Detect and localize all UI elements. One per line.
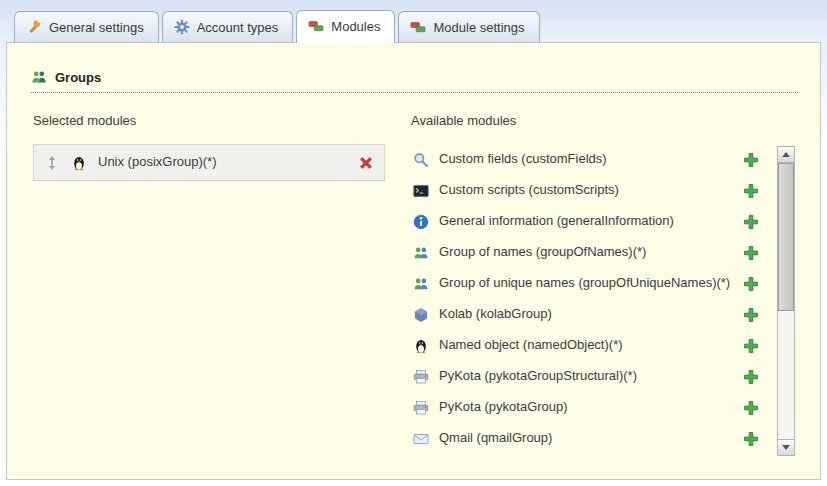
available-module-row: PyKota (pykotaGroupStructural)(*): [411, 361, 761, 392]
scrollbar-up-button[interactable]: [778, 147, 794, 163]
available-module-row: Custom scripts (customScripts): [411, 175, 761, 206]
scrollbar-thumb[interactable]: [778, 163, 794, 311]
modules-icon: [308, 18, 324, 34]
add-module-button[interactable]: [743, 214, 759, 230]
module-label: Group of names (groupOfNames)(*): [439, 244, 733, 260]
selected-module-row[interactable]: Unix (posixGroup)(*): [33, 144, 385, 181]
available-module-row: General information (generalInformation): [411, 206, 761, 237]
group-icon: [413, 245, 429, 261]
available-module-row: Group of unique names (groupOfUniqueName…: [411, 268, 761, 299]
add-module-button[interactable]: [743, 276, 759, 292]
tools-icon: [26, 19, 42, 35]
tux-icon: [71, 155, 87, 171]
tab-general-settings[interactable]: General settings: [14, 11, 159, 42]
section-title: Groups: [55, 70, 101, 85]
remove-module-button[interactable]: [358, 155, 374, 171]
add-module-button[interactable]: [743, 183, 759, 199]
module-label: Group of unique names (groupOfUniqueName…: [439, 275, 733, 291]
available-module-row: Kolab (kolabGroup): [411, 299, 761, 330]
add-module-button[interactable]: [743, 245, 759, 261]
terminal-icon: [413, 183, 429, 199]
tab-module-settings[interactable]: Module settings: [398, 11, 539, 42]
available-module-row: Custom fields (customFields): [411, 144, 761, 175]
printer-icon: [413, 400, 429, 416]
available-module-row: PyKota (pykotaGroup): [411, 392, 761, 423]
module-label: PyKota (pykotaGroupStructural)(*): [439, 368, 733, 384]
available-module-row: Named object (namedObject)(*): [411, 330, 761, 361]
module-label: Named object (namedObject)(*): [439, 337, 733, 353]
groups-icon: [31, 69, 47, 85]
tab-modules[interactable]: Modules: [296, 10, 395, 43]
printer-icon: [413, 369, 429, 385]
add-module-button[interactable]: [743, 431, 759, 447]
selected-modules-list: Unix (posixGroup)(*): [33, 144, 411, 181]
modules-panel: Groups Selected modules Unix (posixGroup…: [6, 42, 821, 480]
module-label: Kolab (kolabGroup): [439, 306, 733, 322]
add-module-button[interactable]: [743, 369, 759, 385]
module-label: Custom fields (customFields): [439, 151, 733, 167]
tab-label: General settings: [49, 20, 144, 35]
group-icon: [413, 276, 429, 292]
tab-label: Module settings: [433, 20, 524, 35]
arrow-up-icon: [782, 152, 790, 157]
tab-label: Modules: [331, 19, 380, 34]
available-modules-header: Available modules: [411, 113, 801, 128]
drag-handle-icon[interactable]: [44, 155, 60, 171]
groups-section-header: Groups: [31, 69, 798, 93]
module-label: PyKota (pykotaGroup): [439, 399, 733, 415]
add-module-button[interactable]: [743, 338, 759, 354]
tab-label: Account types: [197, 20, 279, 35]
scrollbar-down-button[interactable]: [778, 439, 794, 455]
module-label: Custom scripts (customScripts): [439, 182, 733, 198]
scrollbar-track[interactable]: [778, 163, 794, 439]
gear-icon: [174, 19, 190, 35]
available-modules-list: Custom fields (customFields) Custom scri…: [411, 144, 761, 454]
info-icon: [413, 214, 429, 230]
modules-icon: [410, 19, 426, 35]
available-module-row: Group of names (groupOfNames)(*): [411, 237, 761, 268]
tab-account-types[interactable]: Account types: [162, 11, 294, 42]
available-module-row: Qmail (qmailGroup): [411, 423, 761, 454]
mail-icon: [413, 431, 429, 447]
tux-icon: [413, 338, 429, 354]
magnifier-icon: [413, 152, 429, 168]
module-label: General information (generalInformation): [439, 213, 733, 229]
add-module-button[interactable]: [743, 307, 759, 323]
arrow-down-icon: [782, 445, 790, 450]
module-label: Qmail (qmailGroup): [439, 430, 733, 446]
add-module-button[interactable]: [743, 152, 759, 168]
settings-tabbar: General settings Account types Modules M…: [0, 0, 827, 42]
kolab-icon: [413, 307, 429, 323]
available-modules-scrollbar[interactable]: [777, 146, 795, 456]
module-label: Unix (posixGroup)(*): [98, 154, 347, 170]
selected-modules-header: Selected modules: [33, 113, 411, 128]
add-module-button[interactable]: [743, 400, 759, 416]
